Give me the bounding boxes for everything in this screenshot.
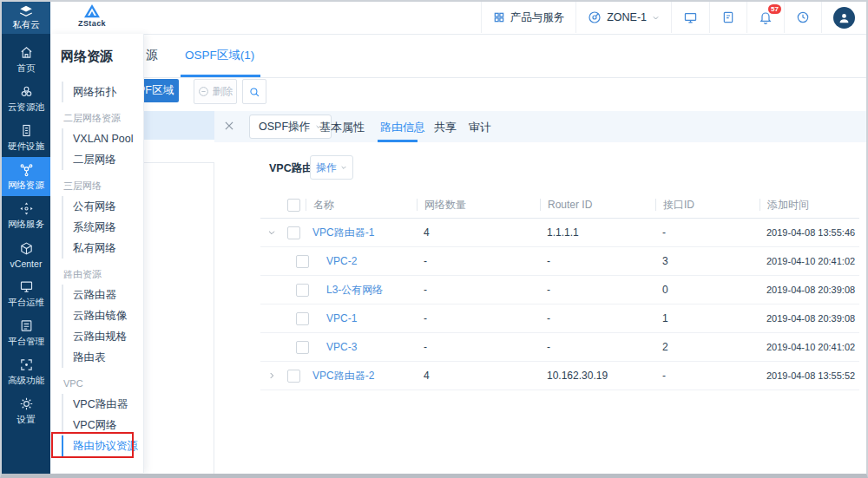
router-id-cell: - — [540, 341, 655, 353]
sidebar-item-label: 平台运维 — [8, 297, 44, 309]
network-count-cell: - — [417, 312, 540, 324]
products-services-menu[interactable]: 产品与服务 — [481, 2, 576, 33]
network-name-link[interactable]: VPC-1 — [306, 312, 417, 324]
sidebar-item-settings[interactable]: 设置 — [2, 391, 50, 430]
sidebar-item-label: vCenter — [10, 259, 43, 269]
sidebar-item-network-resource[interactable]: 网络资源 — [2, 157, 50, 196]
sidebar-item-platform-ops[interactable]: 平台运维 — [2, 274, 50, 313]
interface-id-cell: 0 — [655, 284, 760, 296]
table-row: VPC-3 - - 2 2019-04-10 20:41:02 — [260, 333, 859, 362]
topbar: ZStack 产品与服务 ZONE-1 57 — [50, 2, 866, 35]
history-button[interactable] — [784, 2, 821, 33]
tab-partially-hidden[interactable]: 源 — [146, 48, 158, 63]
document-icon — [721, 10, 735, 24]
vpc-router-action-dropdown[interactable]: 操作 — [310, 155, 353, 180]
menu-item-vxlan-pool[interactable]: VXLAN Pool — [62, 128, 143, 149]
sidebar-item-home[interactable]: 首页 — [2, 40, 50, 79]
interface-id-cell: - — [655, 226, 760, 239]
col-header-router-id: Router ID — [540, 199, 655, 211]
table-row: VPC路由器-1 4 1.1.1.1 - 2019-04-08 13:55:46 — [260, 219, 859, 247]
menu-item-vpc-router[interactable]: VPC路由器 — [62, 394, 143, 415]
sidebar-item-hardware[interactable]: 硬件设施 — [2, 118, 50, 157]
select-all-checkbox[interactable] — [287, 199, 300, 212]
network-service-icon — [19, 201, 34, 216]
sidebar-item-label: 设置 — [17, 414, 36, 426]
sidebar-item-vcenter[interactable]: vCenter — [2, 235, 50, 274]
detail-tab-routing[interactable]: 路由信息 — [380, 120, 425, 135]
avatar — [833, 7, 855, 29]
layers-icon — [17, 5, 35, 18]
added-time-cell: 2019-04-08 20:39:08 — [760, 313, 859, 324]
detail-header-bar: OSPF操作 基本属性 路由信息 共享 审计 — [214, 111, 866, 142]
sidebar-item-label: 网络资源 — [8, 180, 44, 192]
menu-section-vpc: VPC — [63, 376, 143, 392]
menu-item-cloud-router[interactable]: 云路由器 — [62, 285, 143, 305]
network-name-link[interactable]: VPC-3 — [306, 341, 417, 353]
added-time-cell: 2019-04-08 20:39:08 — [760, 285, 859, 295]
sidebar-item-platform-mgmt[interactable]: 平台管理 — [2, 313, 50, 352]
network-count-cell: - — [417, 341, 540, 353]
row-checkbox[interactable] — [287, 370, 300, 383]
docs-button[interactable] — [709, 2, 746, 33]
detail-tab-audit[interactable]: 审计 — [469, 120, 491, 135]
menu-item-l2-network[interactable]: 二层网络 — [62, 149, 143, 170]
collapse-chevron-icon[interactable] — [267, 228, 276, 237]
table-row: VPC路由器-2 4 10.162.30.19 - 2019-04-08 13:… — [260, 362, 859, 390]
menu-item-route-table[interactable]: 路由表 — [62, 347, 143, 368]
notifications-button[interactable]: 57 — [746, 2, 784, 33]
router-name-link[interactable]: VPC路由器-2 — [306, 369, 417, 383]
sidebar-item-network-service[interactable]: 网络服务 — [2, 196, 50, 235]
sidebar-nav: 首页 云资源池 硬件设施 网络资源 网络服务 vCenter — [2, 40, 50, 430]
router-id-cell: 10.162.30.19 — [540, 370, 655, 382]
added-time-cell: 2019-04-10 20:41:02 — [760, 342, 859, 352]
grid-icon — [493, 11, 505, 23]
network-name-link[interactable]: VPC-2 — [306, 255, 417, 267]
table-row: VPC-2 - - 3 2019-04-10 20:41:02 — [260, 247, 859, 276]
interface-id-cell: - — [655, 370, 760, 382]
menu-item-private-network[interactable]: 私有网络 — [62, 238, 143, 259]
added-time-cell: 2019-04-10 20:41:02 — [760, 256, 859, 266]
menu-item-system-network[interactable]: 系统网络 — [62, 217, 143, 238]
menu-section-l2: 二层网络资源 — [63, 110, 143, 127]
search-button[interactable] — [242, 79, 266, 104]
detail-tab-share[interactable]: 共享 — [434, 120, 457, 135]
router-name-link[interactable]: VPC路由器-1 — [306, 226, 417, 240]
router-id-cell: 1.1.1.1 — [540, 226, 655, 239]
menu-item-public-network[interactable]: 公有网络 — [62, 196, 143, 217]
menu-item-cloud-router-image[interactable]: 云路由镜像 — [62, 305, 143, 326]
delete-button[interactable]: 删除 — [194, 79, 237, 104]
sidebar-item-resource-pool[interactable]: 云资源池 — [2, 79, 50, 118]
router-id-cell: - — [540, 255, 655, 267]
ospf-actions-label: OSPF操作 — [259, 120, 310, 134]
zone-selector[interactable]: ZONE-1 — [575, 2, 671, 33]
detail-tab-basic[interactable]: 基本属性 — [319, 120, 365, 135]
menu-section-router: 路由资源 — [63, 266, 143, 283]
detail-active-tab-underline — [378, 140, 418, 142]
sidebar-item-label: 云资源池 — [8, 101, 44, 114]
console-button[interactable] — [671, 2, 709, 33]
platform-ops-icon — [19, 279, 34, 294]
history-clock-icon — [796, 10, 810, 24]
network-name-link[interactable]: L3-公有网络 — [306, 283, 417, 298]
menu-item-routing-protocol-resource[interactable]: 路由协议资源 — [62, 435, 143, 456]
monitor-icon — [683, 10, 698, 25]
selected-list-row-highlight[interactable] — [144, 111, 214, 140]
menu-item-cloud-router-spec[interactable]: 云路由规格 — [62, 326, 143, 347]
private-cloud-logo: 私有云 — [2, 2, 50, 34]
sidebar-item-label: 网络服务 — [8, 219, 44, 231]
expand-chevron-icon[interactable] — [267, 371, 276, 380]
added-time-cell: 2019-04-08 13:55:52 — [760, 370, 859, 381]
row-checkbox[interactable] — [287, 226, 300, 239]
added-time-cell: 2019-04-08 13:55:46 — [760, 227, 859, 238]
chevron-down-icon — [652, 14, 660, 22]
advanced-icon — [19, 357, 34, 372]
network-resource-icon — [19, 162, 34, 177]
user-menu[interactable] — [821, 2, 866, 33]
menu-item-network-topology[interactable]: 网络拓扑 — [62, 82, 143, 102]
close-icon[interactable] — [223, 120, 235, 132]
tab-ospf-area[interactable]: OSPF区域(1) — [185, 48, 254, 63]
zstack-logo-icon — [82, 3, 102, 19]
network-count-cell: - — [417, 255, 540, 267]
sidebar-item-advanced[interactable]: 高级功能 — [2, 352, 50, 391]
network-count-cell: 4 — [417, 370, 540, 382]
